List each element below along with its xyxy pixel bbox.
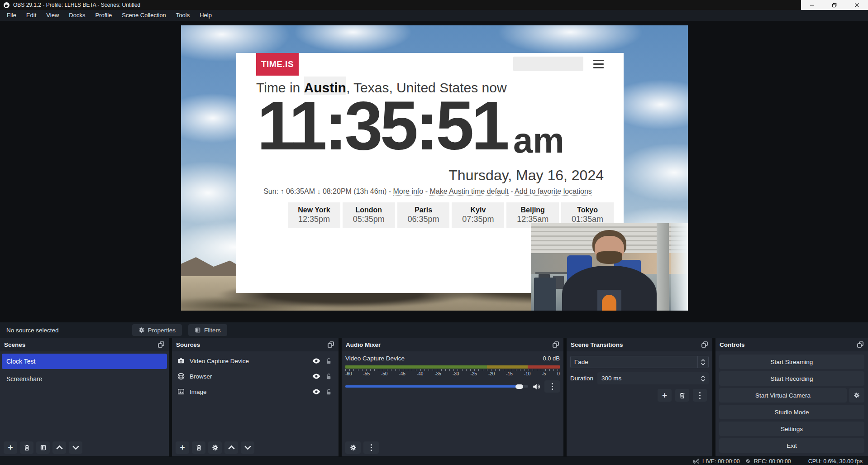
menu-item[interactable]: Docks (64, 10, 90, 21)
start-streaming-button[interactable]: Start Streaming (719, 355, 864, 369)
transition-select[interactable]: Fade (570, 356, 709, 368)
make-default-link[interactable]: Make Austin time default (429, 187, 508, 196)
menu-item[interactable]: Profile (90, 10, 117, 21)
hamburger-menu-icon[interactable] (593, 60, 604, 68)
city-time-box[interactable]: Kyiv 07:35pm (452, 202, 504, 228)
properties-button[interactable]: Properties (132, 324, 182, 336)
virtual-camera-config-button[interactable] (849, 388, 864, 403)
scene-filters-button[interactable] (36, 441, 50, 454)
scene-transitions-header[interactable]: Scene Transitions (567, 338, 712, 351)
scene-item-screenshare[interactable]: Screenshare (2, 371, 167, 387)
unlock-icon[interactable] (325, 388, 332, 395)
city-name: Kyiv (452, 206, 504, 214)
city-time: 06:35pm (397, 215, 450, 224)
meter-tick-label: -25 (470, 371, 477, 376)
source-row-video-capture[interactable]: Video Capture Device (172, 354, 339, 368)
source-label: Video Capture Device (190, 358, 249, 364)
sources-panel: Sources Video Capture Device Browser (172, 338, 339, 456)
cloud (498, 25, 643, 55)
scene-item-clock-test[interactable]: Clock Test (2, 354, 167, 369)
remove-scene-button[interactable] (20, 441, 33, 454)
duration-spin-arrows[interactable] (701, 375, 709, 382)
sources-title: Sources (176, 341, 200, 348)
menu-item[interactable]: Scene Collection (117, 10, 171, 21)
filters-button[interactable]: Filters (188, 324, 227, 336)
menu-item[interactable]: Help (195, 10, 217, 21)
menu-item[interactable]: View (41, 10, 64, 21)
add-favorite-link[interactable]: Add to favorite locations (515, 187, 592, 196)
remove-source-button[interactable] (192, 441, 205, 454)
remove-transition-button[interactable] (675, 389, 689, 402)
popout-icon[interactable] (857, 341, 864, 348)
exit-button[interactable]: Exit (719, 438, 864, 453)
search-input[interactable] (513, 57, 583, 71)
eye-icon[interactable] (312, 388, 320, 396)
city-name: Paris (397, 206, 450, 214)
controls-header[interactable]: Controls (715, 338, 868, 351)
restore-button[interactable] (825, 0, 844, 10)
sources-header[interactable]: Sources (172, 338, 339, 351)
kebab-menu-icon (699, 395, 701, 396)
meter-tick-label: -30 (453, 371, 459, 376)
start-virtual-camera-button[interactable]: Start Virtual Camera (719, 388, 847, 403)
scenes-toolbar: + (4, 441, 82, 454)
city-time-box[interactable]: Paris 06:35pm (397, 202, 450, 228)
meter-tick-label: -10 (524, 371, 530, 376)
volume-slider[interactable] (345, 385, 528, 388)
advanced-audio-button[interactable] (345, 441, 361, 454)
filters-label: Filters (204, 327, 221, 334)
scenes-header[interactable]: Scenes (0, 338, 169, 351)
scene-down-button[interactable] (69, 441, 82, 454)
city-time-box[interactable]: London 05:35pm (343, 202, 395, 228)
duration-spinbox[interactable]: 300 ms (597, 372, 709, 384)
scene-up-button[interactable] (52, 441, 66, 454)
close-button[interactable] (848, 0, 866, 10)
mixer-menu-button[interactable] (363, 441, 379, 454)
timeis-logo[interactable]: TIME.IS (256, 53, 299, 76)
rec-indicator-icon (744, 458, 751, 465)
preview-area[interactable]: TIME.IS Time in Austin, Texas, United St… (0, 21, 868, 322)
eye-icon[interactable] (312, 372, 320, 380)
source-properties-button[interactable] (208, 441, 222, 454)
settings-button[interactable]: Settings (719, 422, 864, 436)
unlock-icon[interactable] (325, 373, 332, 380)
source-row-browser[interactable]: Browser (172, 369, 339, 383)
minimize-button[interactable] (803, 0, 821, 10)
popout-icon[interactable] (701, 341, 708, 348)
volume-meter (345, 365, 560, 369)
program-canvas[interactable]: TIME.IS Time in Austin, Texas, United St… (181, 25, 688, 311)
add-scene-button[interactable]: + (4, 441, 17, 454)
audio-mixer-header[interactable]: Audio Mixer (342, 338, 563, 351)
city-time-box[interactable]: New York 12:35pm (288, 202, 340, 228)
mixer-channel-menu-button[interactable] (544, 380, 560, 393)
menu-item[interactable]: Edit (21, 10, 41, 21)
mixer-channel-name: Video Capture Device (345, 355, 405, 362)
menu-item[interactable]: Tools (171, 10, 195, 21)
menu-item[interactable]: File (2, 10, 21, 21)
chevron-up-icon (701, 375, 705, 378)
sources-toolbar: + (176, 441, 254, 454)
more-info-link[interactable]: More info (393, 187, 424, 196)
source-row-image[interactable]: Image (172, 385, 339, 398)
source-down-button[interactable] (241, 441, 254, 454)
studio-mode-button[interactable]: Studio Mode (719, 405, 864, 419)
transition-select-arrows[interactable] (697, 356, 708, 368)
add-transition-button[interactable]: + (658, 389, 672, 402)
popout-icon[interactable] (157, 341, 165, 348)
start-recording-button[interactable]: Start Recording (719, 371, 864, 386)
gear-icon (854, 392, 860, 398)
volume-slider-handle[interactable] (515, 384, 523, 389)
city-time: 01:35am (561, 215, 614, 224)
popout-icon[interactable] (327, 341, 334, 348)
chevron-down-icon (72, 444, 79, 451)
webcam-source[interactable] (531, 223, 688, 311)
add-source-button[interactable]: + (176, 441, 189, 454)
unlock-icon[interactable] (325, 358, 332, 364)
popout-icon[interactable] (552, 341, 559, 348)
eye-icon[interactable] (312, 357, 320, 365)
kebab-menu-icon (552, 386, 553, 387)
transition-menu-button[interactable] (693, 389, 707, 402)
source-up-button[interactable] (224, 441, 238, 454)
speaker-icon[interactable] (532, 383, 540, 391)
cpu-fps-stats: CPU: 0.6%, 30.00 fps (808, 458, 863, 465)
